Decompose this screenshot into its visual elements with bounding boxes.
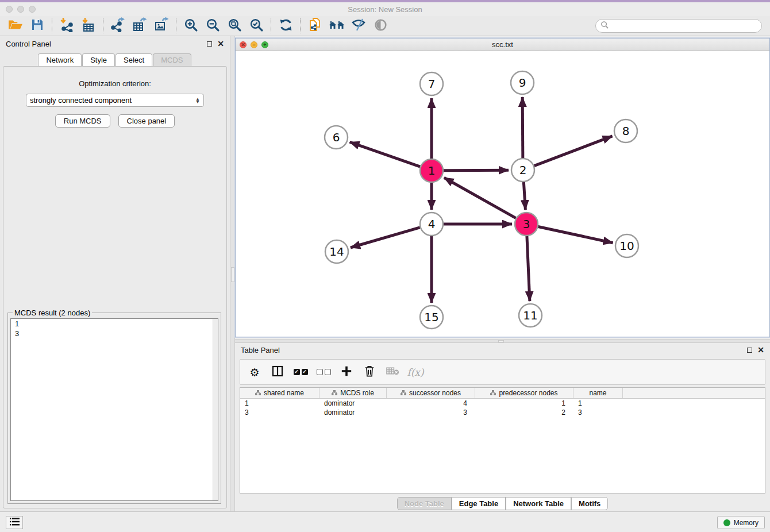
delete-table-button[interactable]	[385, 365, 400, 380]
zoom-fit-button[interactable]	[224, 17, 245, 34]
delete-column-button[interactable]	[362, 365, 377, 380]
column-header-predecessor-nodes[interactable]: predecessor nodes	[475, 388, 573, 398]
tab-style[interactable]: Style	[82, 53, 115, 66]
network-graph[interactable]: 7968124314101511	[236, 51, 769, 337]
edge-2-3[interactable]	[523, 182, 525, 210]
task-history-button[interactable]	[6, 516, 23, 529]
network-minimize-icon[interactable]: −	[251, 41, 257, 48]
network-window-titlebar[interactable]: ✕ − + scc.txt	[236, 38, 769, 51]
gear-icon: ⚙	[249, 366, 259, 379]
cell-shared-name[interactable]: 1	[240, 399, 319, 407]
function-builder-button[interactable]: f(x)	[408, 365, 423, 380]
node-label-15: 15	[424, 310, 438, 324]
cell-shared-name[interactable]: 3	[240, 408, 319, 417]
edge-3-10[interactable]	[538, 226, 613, 242]
zoom-selected-button[interactable]	[245, 17, 267, 34]
zoom-in-button[interactable]	[180, 17, 202, 34]
export-image-button[interactable]	[151, 17, 172, 34]
splitter-grip[interactable]	[498, 340, 504, 342]
cell-successor-nodes[interactable]: 4	[387, 399, 475, 407]
export-table-button[interactable]	[129, 17, 151, 34]
float-panel-icon[interactable]	[747, 348, 752, 353]
memory-label: Memory	[734, 519, 759, 527]
mcds-result-list[interactable]: 13	[10, 318, 218, 501]
search-input[interactable]	[609, 20, 761, 32]
splitter-grip[interactable]	[231, 267, 234, 282]
cell-name[interactable]: 1	[573, 399, 623, 407]
export-network-button[interactable]	[107, 17, 129, 34]
edge-2-8[interactable]	[534, 136, 613, 166]
deselect-all-button[interactable]	[316, 365, 331, 380]
cell-successor-nodes[interactable]: 3	[387, 408, 475, 417]
table-settings-button[interactable]: ⚙	[247, 365, 262, 380]
run-mcds-button[interactable]: Run MCDS	[55, 114, 110, 128]
network-canvas[interactable]: 7968124314101511	[236, 51, 769, 337]
mcds-result-fieldset: MCDS result (2 nodes) 13	[7, 313, 221, 504]
edge-2-9[interactable]	[522, 97, 523, 158]
network-close-icon[interactable]: ✕	[240, 41, 247, 48]
cell-MCDS-role[interactable]: dominator	[319, 399, 387, 407]
vertical-splitter[interactable]	[230, 36, 235, 511]
column-header-successor-nodes[interactable]: successor nodes	[387, 388, 475, 398]
tab-network[interactable]: Network	[38, 53, 82, 66]
result-item[interactable]: 3	[11, 329, 218, 338]
toolbar-separator	[271, 18, 271, 33]
control-panel-title: Control Panel	[6, 40, 51, 48]
open-folder-icon	[8, 18, 23, 34]
add-column-button[interactable]	[339, 365, 354, 380]
cell-predecessor-nodes[interactable]: 2	[475, 408, 573, 417]
vizmapper-button[interactable]	[348, 17, 369, 34]
sort-hierarchy-icon	[490, 389, 496, 397]
table-column-headers: shared nameMCDS rolesuccessor nodesprede…	[240, 388, 765, 399]
close-panel-icon[interactable]: ✕	[217, 40, 224, 48]
horizontal-splitter[interactable]	[235, 339, 770, 343]
tab-network-table[interactable]: Network Table	[506, 497, 571, 510]
tab-select[interactable]: Select	[116, 53, 152, 66]
toolbar-separator	[103, 18, 103, 33]
control-panel-tabs: NetworkStyleSelectMCDS	[0, 53, 230, 66]
open-file-button[interactable]	[5, 17, 26, 34]
first-neighbors-button[interactable]	[326, 17, 348, 34]
tab-mcds[interactable]: MCDS	[153, 53, 191, 66]
houses-icon	[329, 18, 345, 34]
result-scrollbar[interactable]	[213, 319, 218, 500]
select-all-button[interactable]: ✔✔	[293, 365, 308, 380]
trash-icon	[364, 365, 375, 380]
criterion-select[interactable]: strongly connected component ▲▼	[26, 94, 204, 107]
column-header-MCDS-role[interactable]: MCDS role	[319, 388, 387, 398]
import-table-button[interactable]	[78, 17, 99, 34]
result-item[interactable]: 1	[11, 319, 218, 329]
close-panel-icon[interactable]: ✕	[757, 346, 764, 354]
save-session-button[interactable]	[26, 17, 48, 34]
edge-3-1[interactable]	[444, 178, 516, 218]
optimization-label: Optimization criterion:	[3, 79, 226, 88]
edge-1-6[interactable]	[350, 142, 421, 167]
search-box[interactable]	[595, 19, 762, 33]
node-table[interactable]: shared nameMCDS rolesuccessor nodesprede…	[240, 387, 765, 494]
clone-network-button[interactable]	[304, 17, 326, 34]
import-network-button[interactable]	[56, 17, 78, 34]
close-panel-button[interactable]: Close panel	[118, 114, 175, 128]
column-header-name[interactable]: name	[573, 388, 623, 398]
float-panel-icon[interactable]	[207, 41, 212, 47]
cell-MCDS-role[interactable]: dominator	[319, 408, 387, 417]
memory-button[interactable]: Memory	[717, 516, 765, 529]
table-row[interactable]: 3dominator323	[240, 408, 765, 417]
apply-layout-button[interactable]	[275, 17, 297, 34]
edge-4-14[interactable]	[351, 228, 420, 248]
cell-predecessor-nodes[interactable]: 1	[475, 399, 573, 407]
tab-node-table[interactable]: Node Table	[397, 497, 452, 510]
zoom-out-button[interactable]	[202, 17, 224, 34]
cell-name[interactable]: 3	[573, 408, 623, 417]
column-header-shared-name[interactable]: shared name	[240, 388, 319, 398]
sort-hierarchy-icon	[332, 389, 337, 397]
table-row[interactable]: 1dominator411	[240, 399, 765, 408]
tab-motifs[interactable]: Motifs	[571, 497, 608, 510]
column-view-button[interactable]	[270, 365, 285, 380]
tab-edge-table[interactable]: Edge Table	[452, 497, 506, 510]
network-maximize-icon[interactable]: +	[261, 41, 268, 48]
show-graphics-button[interactable]	[369, 17, 391, 34]
edge-1-2[interactable]	[444, 170, 509, 171]
status-bar: Memory	[0, 511, 770, 532]
edge-3-11[interactable]	[527, 236, 530, 301]
